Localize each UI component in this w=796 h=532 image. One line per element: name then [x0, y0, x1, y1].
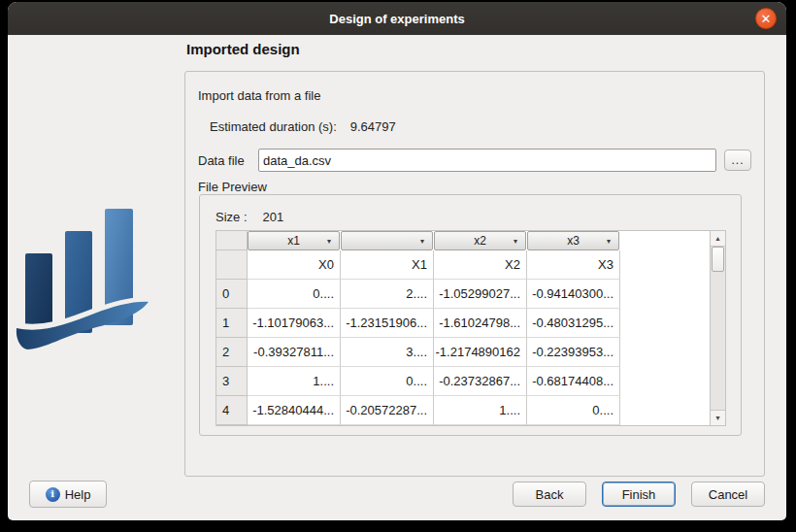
table-cell[interactable]: -1.61024798... [434, 309, 527, 338]
column-header-row: X0 X1 X2 X3 [216, 250, 710, 280]
table-cell[interactable]: -0.94140300... [527, 280, 620, 309]
table-cell[interactable]: -1.23151906... [341, 309, 434, 338]
row-header[interactable]: 1 [216, 309, 248, 338]
table-row: 1 -1.10179063... -1.23151906... -1.61024… [216, 309, 710, 338]
column-select-0-value: x1 [287, 234, 300, 248]
size-value: 201 [263, 210, 284, 224]
row-filler [620, 396, 710, 425]
table-cell[interactable]: -0.68174408... [527, 367, 620, 396]
table-cell[interactable]: -1.10179063... [248, 309, 341, 338]
column-header[interactable]: X1 [341, 250, 434, 280]
table-cell[interactable]: 0.... [341, 367, 434, 396]
row-filler [620, 338, 710, 367]
table-cell[interactable]: 0.... [248, 280, 341, 309]
preview-table: x1 ▾ ▾ x2 ▾ x3 ▾ [216, 230, 726, 426]
close-icon[interactable]: ✕ [755, 8, 777, 29]
chevron-down-icon: ▾ [415, 232, 430, 249]
table-cell[interactable]: -1.52840444... [248, 396, 341, 425]
help-button-label: Help [65, 487, 91, 502]
titlebar[interactable]: Design of experiments ✕ [8, 2, 786, 35]
back-button[interactable]: Back [513, 482, 586, 507]
chevron-down-icon: ▾ [601, 232, 616, 249]
column-select-2-value: x2 [474, 234, 486, 248]
window-title: Design of experiments [329, 12, 464, 26]
finish-button[interactable]: Finish [602, 482, 676, 507]
header-filler [620, 231, 710, 250]
chevron-down-icon: ▾ [321, 232, 337, 249]
table-row: 2 -0.39327811... 3.... -1.2174890162 -0.… [216, 338, 710, 367]
info-icon: i [46, 487, 60, 502]
row-filler [620, 250, 710, 280]
page-title: Imported design [186, 41, 300, 57]
size-label: Size : [216, 210, 248, 224]
app-logo-bar-chart [14, 202, 157, 359]
cancel-button[interactable]: Cancel [691, 482, 765, 507]
column-select-3-value: x3 [567, 234, 580, 248]
row-filler [620, 280, 710, 309]
scrollbar-thumb[interactable] [712, 247, 724, 272]
row-header[interactable] [216, 250, 248, 280]
table-cell[interactable]: -1.05299027... [434, 280, 527, 309]
table-cell[interactable]: -0.39327811... [248, 338, 341, 367]
table-corner-cell [216, 231, 248, 250]
table-cell[interactable]: 1.... [434, 396, 527, 425]
scroll-up-icon[interactable]: ▲ [711, 231, 725, 247]
import-group-box: Import data from a file Estimated durati… [184, 71, 765, 477]
table-cell[interactable]: 1.... [248, 367, 341, 396]
column-header[interactable]: X3 [527, 250, 620, 280]
file-preview-label: File Preview [198, 180, 267, 194]
table-cell[interactable]: 3.... [341, 338, 434, 367]
column-header[interactable]: X0 [248, 250, 341, 280]
file-preview-box: Size : 201 x1 ▾ ▾ [199, 194, 742, 436]
row-filler [620, 309, 710, 338]
chevron-down-icon: ▾ [508, 232, 523, 249]
table-cell[interactable]: -0.48031295... [527, 309, 620, 338]
row-filler [620, 367, 710, 396]
group-box-title: Import data from a file [198, 88, 320, 103]
column-select-3[interactable]: x3 ▾ [527, 231, 619, 250]
estimated-duration-label: Estimated duration (s): [210, 119, 337, 134]
scroll-down-icon[interactable]: ▼ [711, 410, 725, 425]
column-header[interactable]: X2 [434, 250, 527, 280]
table-row: 4 -1.52840444... -0.20572287... 1.... 0.… [216, 396, 710, 425]
data-file-label: Data file [198, 153, 245, 168]
row-header[interactable]: 0 [216, 280, 248, 309]
row-header[interactable]: 4 [216, 396, 248, 425]
table-cell[interactable]: -1.2174890162 [434, 338, 527, 367]
table-row: 3 1.... 0.... -0.23732867... -0.68174408… [216, 367, 710, 396]
vertical-scrollbar[interactable]: ▲ ▼ [710, 231, 725, 425]
table-row: 0 0.... 2.... -1.05299027... -0.94140300… [216, 280, 710, 309]
column-select-2[interactable]: x2 ▾ [434, 231, 526, 250]
row-header[interactable]: 2 [216, 338, 248, 367]
row-header[interactable]: 3 [216, 367, 248, 396]
dialog-window: Design of experiments ✕ Imported design … [8, 2, 786, 520]
browse-button[interactable]: ... [724, 150, 751, 171]
column-select-1[interactable]: ▾ [341, 231, 433, 250]
column-select-0[interactable]: x1 ▾ [248, 231, 340, 250]
help-button[interactable]: i Help [29, 481, 107, 508]
estimated-duration-value: 9.64797 [350, 119, 396, 134]
table-cell[interactable]: 0.... [527, 396, 620, 425]
table-cell[interactable]: -0.22393953... [527, 338, 620, 367]
table-cell[interactable]: -0.23732867... [434, 367, 527, 396]
data-file-input[interactable] [258, 149, 716, 172]
table-cell[interactable]: 2.... [341, 280, 434, 309]
table-cell[interactable]: -0.20572287... [341, 396, 434, 425]
